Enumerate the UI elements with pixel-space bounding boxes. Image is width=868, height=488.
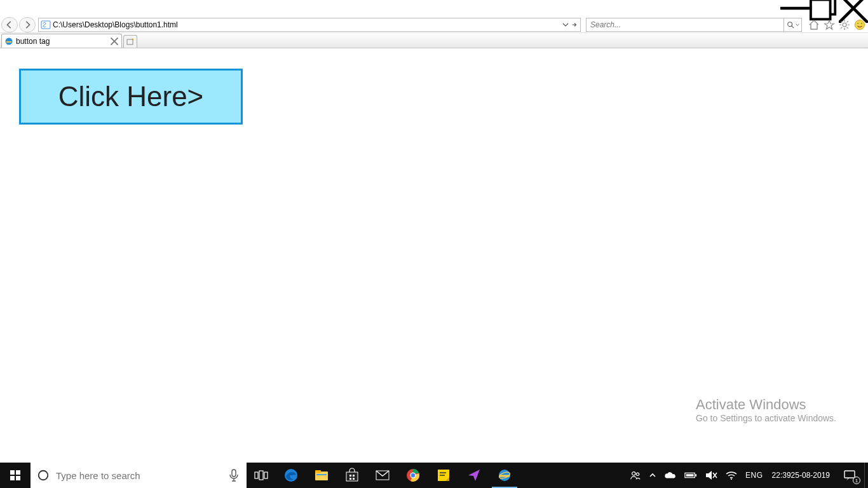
click-here-button[interactable]: Click Here>	[19, 69, 243, 125]
action-center-icon[interactable]: 1	[835, 463, 864, 488]
settings-gear-icon[interactable]	[839, 19, 850, 30]
svg-point-6	[857, 23, 858, 24]
browser-search-input[interactable]	[587, 20, 783, 29]
svg-rect-10	[10, 470, 15, 475]
page-viewport: Click Here> Activate Windows Go to Setti…	[0, 48, 868, 463]
taskbar-app-edge[interactable]	[276, 463, 306, 488]
browser-toolbar	[0, 17, 868, 33]
browser-search-bar[interactable]	[586, 18, 802, 32]
svg-point-40	[731, 478, 732, 480]
svg-rect-26	[349, 478, 351, 480]
svg-rect-13	[16, 476, 20, 480]
wifi-icon[interactable]	[721, 463, 742, 488]
svg-point-4	[843, 23, 846, 27]
page-favicon-icon	[41, 20, 51, 30]
window-maximize-button[interactable]	[810, 0, 839, 17]
taskbar-app-ie[interactable]	[489, 463, 520, 488]
favorites-star-icon[interactable]	[824, 19, 835, 30]
battery-icon[interactable]	[681, 463, 701, 488]
tray-chevron-icon[interactable]	[645, 463, 660, 488]
svg-point-31	[411, 473, 415, 477]
window-close-button[interactable]	[839, 0, 868, 17]
home-icon[interactable]	[808, 19, 820, 30]
tab-close-icon[interactable]	[110, 37, 119, 46]
watermark-subtitle: Go to Settings to activate Windows.	[696, 413, 836, 423]
svg-rect-22	[316, 474, 327, 475]
svg-rect-17	[259, 471, 263, 480]
nav-forward-button[interactable]	[19, 17, 36, 32]
clock-date: 25-08-2019	[791, 471, 830, 480]
taskbar-app-store[interactable]	[337, 463, 367, 488]
taskbar-app-send[interactable]	[459, 463, 489, 488]
svg-point-35	[632, 472, 635, 475]
taskbar-search-input[interactable]	[56, 463, 221, 487]
window-minimize-button[interactable]	[780, 0, 810, 17]
onedrive-icon[interactable]	[660, 463, 681, 488]
taskbar-app-file-explorer[interactable]	[306, 463, 337, 488]
toolbar-icons	[808, 19, 865, 30]
svg-rect-24	[349, 475, 351, 477]
go-arrow-icon[interactable]	[571, 22, 578, 28]
svg-rect-11	[16, 470, 20, 475]
svg-rect-20	[315, 471, 328, 480]
svg-rect-16	[255, 472, 258, 478]
show-desktop-button[interactable]	[864, 463, 868, 488]
svg-point-14	[39, 471, 48, 480]
window-controls	[780, 0, 868, 17]
system-tray: ENG 22:39 25-08-2019 1	[626, 463, 868, 488]
svg-rect-15	[232, 470, 236, 477]
taskbar-app-chrome[interactable]	[398, 463, 428, 488]
clock-time: 22:39	[772, 471, 791, 480]
taskbar-apps	[276, 463, 520, 488]
task-view-button[interactable]	[247, 470, 276, 480]
address-bar[interactable]	[38, 18, 581, 32]
feedback-smile-icon[interactable]	[854, 19, 865, 30]
svg-rect-25	[353, 475, 355, 477]
svg-rect-41	[844, 471, 855, 478]
svg-point-3	[787, 22, 792, 26]
volume-mute-icon[interactable]	[701, 463, 721, 488]
svg-rect-23	[346, 472, 358, 481]
svg-rect-18	[264, 472, 268, 478]
activate-windows-watermark: Activate Windows Go to Settings to activ…	[696, 396, 836, 423]
new-tab-button[interactable]	[123, 35, 137, 48]
watermark-title: Activate Windows	[696, 396, 836, 413]
tab-strip: button tag	[0, 33, 868, 48]
taskbar-search[interactable]	[31, 463, 247, 488]
svg-rect-12	[10, 476, 15, 480]
svg-rect-21	[315, 470, 321, 473]
address-input[interactable]	[53, 18, 560, 31]
svg-point-7	[861, 23, 862, 24]
refresh-dropdown-icon[interactable]	[562, 22, 569, 28]
language-indicator[interactable]: ENG	[742, 463, 767, 488]
svg-rect-1	[811, 0, 831, 19]
taskbar-app-sticky-notes[interactable]	[428, 463, 459, 488]
start-button[interactable]	[0, 463, 31, 488]
svg-rect-9	[127, 39, 133, 44]
svg-rect-2	[41, 21, 50, 29]
notification-count-badge: 1	[853, 477, 860, 484]
svg-rect-27	[353, 478, 355, 480]
taskbar-app-mail[interactable]	[367, 463, 398, 488]
svg-rect-38	[695, 474, 696, 477]
svg-rect-39	[686, 474, 694, 477]
address-actions	[560, 22, 580, 28]
tab-title: button tag	[16, 37, 107, 46]
ie-favicon-icon	[4, 37, 13, 46]
taskbar: ENG 22:39 25-08-2019 1	[0, 463, 868, 488]
cortana-icon[interactable]	[31, 469, 56, 482]
svg-point-36	[637, 473, 639, 475]
clock[interactable]: 22:39 25-08-2019	[767, 463, 835, 488]
nav-back-button[interactable]	[1, 17, 18, 32]
people-icon[interactable]	[626, 463, 645, 488]
window-titlebar	[0, 0, 868, 17]
tab-active[interactable]: button tag	[1, 34, 122, 48]
mic-icon[interactable]	[221, 469, 247, 482]
svg-point-5	[855, 20, 865, 29]
browser-search-button[interactable]	[783, 18, 801, 31]
